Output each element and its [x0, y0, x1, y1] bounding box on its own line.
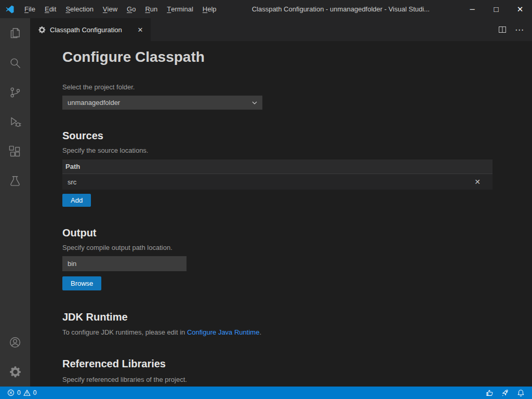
add-source-button[interactable]: Add [62, 194, 91, 207]
vscode-logo-icon [0, 5, 20, 14]
tab-classpath-configuration[interactable]: Classpath Configuration ✕ [30, 18, 151, 41]
account-icon [8, 336, 22, 349]
source-control-branch-icon [8, 86, 22, 99]
menu-selection[interactable]: Selection [61, 0, 98, 18]
window-title: Classpath Configuration - unmanagedfolde… [221, 5, 460, 13]
referenced-libraries-description: Specify referenced libraries of the proj… [62, 376, 532, 383]
java-status-button[interactable] [483, 387, 496, 399]
extensions-icon [8, 145, 22, 158]
remove-source-icon[interactable]: ✕ [473, 177, 482, 187]
source-path-value: src [68, 178, 76, 186]
status-bar: 0 0 [0, 387, 532, 399]
activity-bar-item-testing[interactable] [0, 166, 30, 196]
sources-heading: Sources [62, 129, 532, 142]
path-column-header: Path [65, 163, 80, 170]
editor-tab-bar: Classpath Configuration ✕ ⋯ [30, 18, 532, 41]
minimize-button[interactable]: ─ [460, 0, 484, 18]
browse-button[interactable]: Browse [62, 276, 101, 290]
activity-bar-item-search[interactable] [0, 48, 30, 77]
classpath-config-icon [38, 26, 46, 34]
error-circle-icon [7, 389, 15, 396]
split-editor-button[interactable] [498, 25, 507, 34]
activity-bar [0, 18, 30, 387]
close-window-button[interactable]: ✕ [508, 0, 532, 18]
maximize-icon: □ [494, 5, 498, 14]
warning-count: 0 [33, 389, 37, 396]
jdk-runtime-text: To configure JDK runtimes, please edit i… [62, 328, 532, 336]
title-bar: File Edit Selection View Go Run Terminal… [0, 0, 532, 18]
maximize-button[interactable]: □ [484, 0, 508, 18]
bell-icon [517, 389, 525, 397]
activity-bar-item-source-control[interactable] [0, 77, 30, 107]
sources-description: Specify the source locations. [62, 147, 532, 154]
output-heading: Output [62, 227, 532, 239]
status-bar-right [483, 387, 527, 399]
thumbsup-icon [486, 389, 494, 397]
menu-bar: File Edit Selection View Go Run Terminal… [20, 0, 221, 18]
beaker-icon [8, 175, 22, 188]
activity-bar-spacer [0, 196, 30, 327]
activity-bar-item-settings[interactable] [0, 357, 30, 387]
error-count: 0 [17, 389, 21, 396]
page-title: Configure Classpath [62, 48, 532, 66]
close-icon: ✕ [517, 5, 524, 14]
menu-help[interactable]: Help [198, 0, 221, 18]
tab-label: Classpath Configuration [50, 26, 122, 34]
table-row[interactable]: src ✕ [62, 174, 493, 190]
menu-go[interactable]: Go [122, 0, 140, 18]
menu-terminal[interactable]: Terminal [162, 0, 198, 18]
minimize-icon: ─ [470, 5, 474, 13]
menu-run[interactable]: Run [140, 0, 162, 18]
output-path-input[interactable] [62, 256, 187, 271]
search-icon [8, 56, 22, 70]
vscode-window: File Edit Selection View Go Run Terminal… [0, 0, 532, 399]
output-description: Specify compile output path location. [62, 244, 532, 251]
activity-bar-item-extensions[interactable] [0, 137, 30, 166]
classpath-configuration-page: Configure Classpath Select the project f… [30, 41, 532, 387]
editor-more-actions-button[interactable]: ⋯ [515, 25, 524, 34]
problems-indicator[interactable]: 0 0 [5, 387, 38, 399]
jdk-runtime-heading: JDK Runtime [62, 311, 532, 323]
project-folder-select[interactable]: unmanagedfolder [62, 96, 262, 110]
run-and-debug-icon [8, 115, 22, 129]
sources-table-header: Path [62, 159, 493, 174]
more-actions-icon: ⋯ [515, 25, 524, 34]
rocket-icon [501, 389, 509, 397]
project-folder-label: Select the project folder. [62, 83, 532, 91]
menu-file[interactable]: File [20, 0, 40, 18]
tab-close-icon[interactable]: ✕ [135, 24, 145, 35]
menu-view[interactable]: View [98, 0, 122, 18]
project-folder-value: unmanagedfolder [68, 99, 120, 107]
split-editor-icon [498, 25, 507, 34]
activity-bar-item-explorer[interactable] [0, 18, 30, 48]
sources-table: Path src ✕ [62, 159, 493, 190]
referenced-libraries-heading: Referenced Libraries [62, 357, 532, 370]
chevron-down-icon [252, 101, 257, 104]
settings-gear-icon [9, 366, 21, 378]
window-controls: ─ □ ✕ [460, 0, 532, 18]
notifications-button[interactable] [514, 387, 527, 399]
menu-edit[interactable]: Edit [40, 0, 61, 18]
activity-bar-item-accounts[interactable] [0, 327, 30, 357]
java-server-mode-button[interactable] [499, 387, 511, 399]
editor-actions: ⋯ [498, 18, 532, 41]
warning-triangle-icon [23, 389, 31, 396]
files-icon [8, 26, 22, 40]
activity-bar-item-run-debug[interactable] [0, 107, 30, 137]
configure-java-runtime-link[interactable]: Configure Java Runtime [187, 328, 259, 336]
